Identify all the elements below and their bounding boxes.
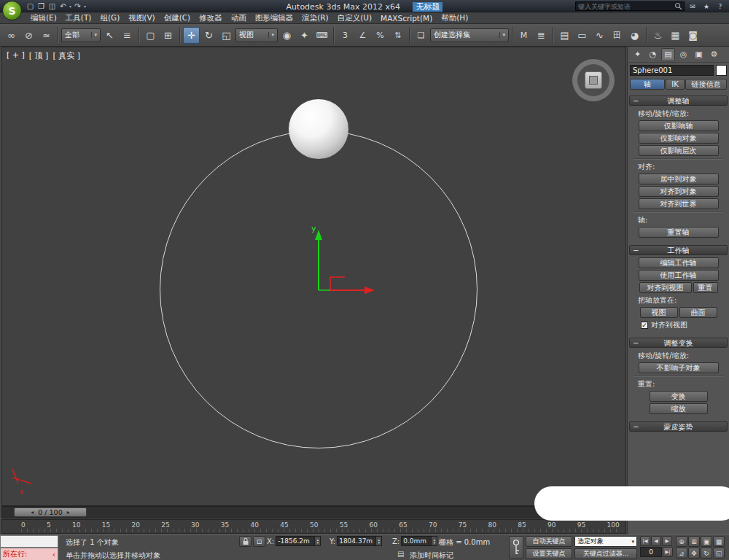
render-setup-icon[interactable]: ♨ <box>650 27 666 44</box>
select-and-link-icon[interactable]: ∞ <box>3 27 20 44</box>
select-and-move-icon[interactable]: ✛ <box>183 27 200 44</box>
time-slider-handle[interactable]: ◂ 0 / 100 ▸ <box>14 508 87 517</box>
window-crossing-icon[interactable]: ⊞ <box>160 27 176 44</box>
circle-shape[interactable] <box>160 131 477 448</box>
tab-link-info[interactable]: 链接信息 <box>685 79 727 90</box>
spinner-snap-icon[interactable]: ⇅ <box>389 27 406 44</box>
align-to-object-button[interactable]: 对齐到对象 <box>639 186 719 197</box>
sphere-object[interactable] <box>289 99 348 159</box>
place-pivot-surface-button[interactable]: 曲面 <box>679 307 717 318</box>
new-scene-icon[interactable]: ▢ <box>25 1 36 12</box>
undo-icon[interactable]: ↶ <box>58 1 69 12</box>
menu-item[interactable]: 动画 <box>227 13 251 23</box>
layer-manager-icon[interactable]: ▤ <box>556 27 573 44</box>
rollout-header-skin-pose[interactable]: − 蒙皮姿势 <box>629 421 728 432</box>
create-tab-icon[interactable]: ✦ <box>631 48 644 61</box>
x-spinner[interactable]: ▴▾ <box>314 537 320 545</box>
zoom-all-icon[interactable]: ⊞ <box>688 536 700 547</box>
viewport-general-menu[interactable]: [ + ] <box>7 50 25 61</box>
affect-hierarchy-only-button[interactable]: 仅影响层次 <box>639 145 719 156</box>
motion-tab-icon[interactable]: ◎ <box>677 48 690 61</box>
track-bar[interactable]: 0510152025303540455055606570758085909510… <box>1 519 626 534</box>
material-editor-icon[interactable]: ◕ <box>626 27 643 44</box>
align-to-world-button[interactable]: 对齐到世界 <box>639 198 719 209</box>
listener-scroll-icon[interactable]: ‹ <box>52 551 55 559</box>
undo-dropdown-icon[interactable]: ▾ <box>69 4 71 9</box>
bind-to-space-warp-icon[interactable]: ≈ <box>38 27 55 44</box>
menu-item[interactable]: 自定义(U) <box>333 13 376 23</box>
zoom-icon[interactable]: ⊕ <box>676 536 687 547</box>
menu-item[interactable]: MAXScript(M) <box>376 14 437 23</box>
y-spinner[interactable]: ▴▾ <box>375 537 381 545</box>
rendered-frame-window-icon[interactable]: ▦ <box>667 27 684 44</box>
menu-item[interactable]: 创建(C) <box>160 13 195 23</box>
selection-lock-toggle[interactable] <box>239 536 252 547</box>
auto-key-button[interactable]: 自动关键点 <box>526 536 572 547</box>
help-icon[interactable]: ? <box>714 1 726 11</box>
reset-working-pivot-button[interactable]: 重置 <box>693 282 718 293</box>
utilities-tab-icon[interactable]: ⚙ <box>707 48 721 61</box>
affect-pivot-only-button[interactable]: 仅影响轴 <box>639 120 719 131</box>
rectangular-selection-region-icon[interactable]: ▢ <box>142 27 159 44</box>
search-input[interactable] <box>576 3 674 10</box>
angle-snap-icon[interactable]: ∠ <box>354 27 371 44</box>
selection-filter-dropdown[interactable]: 全部 ▾ <box>61 28 101 42</box>
z-coordinate-field[interactable]: 0.0mm ▴▾ <box>401 536 437 546</box>
rollout-header-working-pivot[interactable]: − 工作轴 <box>629 245 728 255</box>
percent-snap-icon[interactable]: % <box>372 27 389 44</box>
render-production-icon[interactable]: ◙ <box>685 27 701 44</box>
reset-scale-button[interactable]: 缩放 <box>650 403 708 414</box>
menu-item[interactable]: 编辑(E) <box>26 13 61 23</box>
snap-toggle-3d-icon[interactable]: 3 <box>337 27 354 44</box>
previous-frame-button[interactable]: ◀ <box>651 536 661 546</box>
field-of-view-icon[interactable]: ⊿ <box>676 548 687 559</box>
pan-view-icon[interactable]: ✥ <box>688 548 700 559</box>
orbit-icon[interactable]: ↻ <box>701 548 712 559</box>
set-keys-toggle-button[interactable] <box>509 536 523 559</box>
x-coordinate-field[interactable]: -1856.2m ▴▾ <box>276 536 321 546</box>
save-file-icon[interactable]: ◫ <box>47 1 58 12</box>
maximize-viewport-toggle-icon[interactable]: ◱ <box>713 548 725 559</box>
unlink-selection-icon[interactable]: ⊘ <box>20 27 37 44</box>
viewcube-top-face[interactable] <box>585 71 602 89</box>
redo-icon[interactable]: ↷ <box>72 1 83 12</box>
reset-pivot-button[interactable]: 重置轴 <box>639 227 719 238</box>
align-to-view-button[interactable]: 对齐到视图 <box>639 282 692 293</box>
go-to-start-button[interactable]: |◀ <box>640 536 650 546</box>
hierarchy-tab-icon[interactable]: ▤ <box>661 48 675 61</box>
menu-item[interactable]: 组(G) <box>95 13 124 23</box>
select-object-icon[interactable]: ↖ <box>101 27 118 44</box>
select-and-scale-icon[interactable]: ◱ <box>218 27 235 44</box>
viewcube[interactable] <box>572 59 615 101</box>
place-pivot-view-button[interactable]: 视图 <box>640 307 678 318</box>
menu-item[interactable]: 帮助(H) <box>437 13 472 23</box>
next-frame-arrow-icon[interactable]: ▸ <box>67 509 70 516</box>
menu-item[interactable]: 渲染(R) <box>297 13 333 23</box>
select-by-name-icon[interactable]: ≡ <box>119 27 136 44</box>
favorites-icon[interactable]: ★ <box>701 1 712 11</box>
rollout-header-adjust-pivot[interactable]: − 调整轴 <box>629 96 728 106</box>
viewport-shading-menu[interactable]: [ 真实 ] <box>52 50 80 61</box>
viewport-pov-menu[interactable]: [ 顶 ] <box>29 50 49 61</box>
object-name-field[interactable]: Sphere001 <box>630 65 714 76</box>
menu-item[interactable]: 图形编辑器 <box>251 13 298 23</box>
tab-ik[interactable]: IK <box>666 79 685 90</box>
tab-pivot[interactable]: 轴 <box>630 79 665 90</box>
reset-transform-button[interactable]: 变换 <box>650 391 708 402</box>
key-filters-button[interactable]: 关键点过滤器... <box>574 548 637 559</box>
keyboard-shortcut-override-icon[interactable]: ⌨ <box>313 27 330 44</box>
select-and-rotate-icon[interactable]: ↻ <box>200 27 217 44</box>
dont-affect-children-button[interactable]: 不影响子对象 <box>639 362 719 373</box>
play-button[interactable]: ▶ <box>662 536 672 546</box>
rollout-header-adjust-transform[interactable]: − 调整变换 <box>629 338 728 348</box>
redo-dropdown-icon[interactable]: ▾ <box>84 4 86 9</box>
maxscript-macro-recorder[interactable]: 所在行: ‹ <box>0 548 58 560</box>
menu-item[interactable]: 工具(T) <box>61 13 96 23</box>
edit-named-selection-sets-icon[interactable]: ❏ <box>413 27 429 44</box>
zoom-extents-icon[interactable]: ▣ <box>701 536 712 547</box>
z-spinner[interactable]: ▴▾ <box>431 537 437 545</box>
affect-object-only-button[interactable]: 仅影响对象 <box>639 133 719 144</box>
mirror-icon[interactable]: M <box>515 27 532 44</box>
edit-working-pivot-button[interactable]: 编辑工作轴 <box>639 257 719 268</box>
communication-center-icon[interactable]: ✉ <box>687 1 698 11</box>
